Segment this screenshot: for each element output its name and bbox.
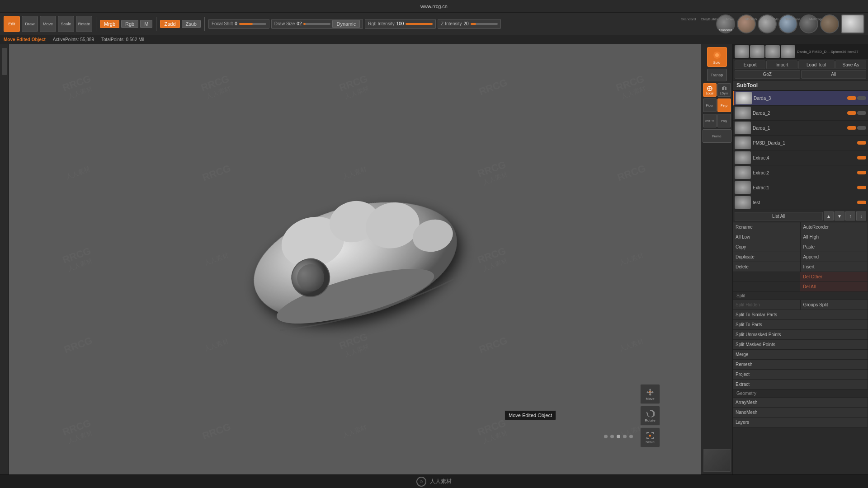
subtool-item-darda1[interactable]: Darda_1 (733, 121, 868, 136)
subtool-vis-extract1[interactable] (857, 186, 866, 189)
copy-button[interactable]: Copy (733, 242, 801, 252)
z-intensity-track[interactable] (471, 23, 498, 25)
floor-perp-group: Floor Perp (703, 99, 731, 112)
rgb-intensity-track[interactable] (406, 23, 433, 25)
render-matcap[interactable] (841, 14, 864, 33)
subtool-thumb-darda1 (735, 122, 751, 134)
dynamic-button[interactable]: Dynamic (332, 20, 360, 28)
other-ops-section: Merge Remesh Project Extract (733, 350, 868, 389)
vp-scale-btn[interactable]: Scale (640, 427, 660, 447)
subtool-vis-darda3[interactable] (847, 96, 856, 100)
split-masked-button[interactable]: Split Masked Points (733, 340, 868, 349)
nav-down-button[interactable]: ▼ (835, 211, 844, 221)
layers-button[interactable]: Layers (733, 418, 868, 427)
solo-icon (712, 50, 722, 61)
rename-button[interactable]: Rename (733, 222, 801, 232)
svg-rect-15 (722, 87, 724, 90)
subtool-item-extract4[interactable]: Extract4 (733, 150, 868, 165)
frame-button[interactable]: Frame (703, 129, 731, 143)
main-toolbar: Edit Draw Move Scale Rotate Mrgb Rgb M Z… (0, 13, 868, 35)
subtool-item-darda3[interactable]: Darda_3 (733, 91, 868, 106)
subtool-list[interactable]: Darda_3 Darda_2 (733, 91, 868, 210)
render-move-label: Move (721, 17, 740, 21)
rotate-button[interactable]: Rotate (76, 16, 92, 32)
scale-button[interactable]: Scale (58, 16, 74, 32)
subtool-item-darda2[interactable]: Darda_2 (733, 106, 868, 121)
vp-move-btn[interactable]: Move (640, 384, 660, 404)
subtool-item-extract2[interactable]: Extract2 (733, 165, 868, 180)
subtool-vis-darda1[interactable] (847, 126, 856, 130)
subtool-preview-bar: Darda_3 PM3D_D... Sphere36 Item27 (733, 44, 868, 59)
zsub-button[interactable]: Zsub (182, 20, 201, 28)
paste-button[interactable]: Paste (801, 242, 868, 252)
subtool-vis-extract2[interactable] (857, 171, 866, 174)
goz-button[interactable]: GoZ (735, 70, 800, 79)
nav-up-button[interactable]: ▲ (824, 211, 834, 221)
subtool-item-test[interactable]: test (733, 195, 868, 210)
remesh-button[interactable]: Remesh (733, 360, 868, 369)
focal-shift-track[interactable] (239, 23, 266, 25)
mrgb-button[interactable]: Mrgb (100, 20, 119, 28)
nav-move-up[interactable]: ↑ (845, 211, 855, 221)
subtool-lock-darda3[interactable] (857, 96, 866, 100)
move-button[interactable]: Move (40, 16, 56, 32)
draw-button[interactable]: Draw (22, 16, 38, 32)
extract-button[interactable]: Extract (733, 380, 868, 389)
delete-button[interactable]: Delete (733, 262, 801, 272)
import-button[interactable]: Import (766, 61, 797, 69)
split-unmasked-button[interactable]: Split Unmasked Points (733, 330, 868, 339)
vp-rotate-btn[interactable]: Rotate (640, 406, 660, 426)
append-button[interactable]: Append (801, 252, 868, 262)
other-ops-row-3: Project (733, 370, 868, 380)
all-low-button[interactable]: All Low (733, 232, 801, 242)
project-button[interactable]: Project (733, 370, 868, 379)
groups-split-button[interactable]: Groups Split (801, 300, 868, 310)
local-button[interactable]: Local (703, 83, 717, 97)
ldym-button[interactable]: LDym (717, 83, 731, 97)
load-tool-button[interactable]: Load Tool (798, 61, 835, 69)
left-scroll[interactable] (2, 48, 7, 75)
nanomesh-button[interactable]: NanoMesh (733, 408, 868, 417)
perp-button[interactable]: Perp (717, 99, 731, 112)
m-button[interactable]: M (140, 20, 152, 28)
edit-button[interactable]: Edit (4, 16, 20, 32)
subtool-lock-darda1[interactable] (857, 126, 866, 130)
del-other-button[interactable]: Del Other (800, 272, 868, 282)
draw-size-track[interactable] (303, 23, 330, 25)
merge-button[interactable]: Merge (733, 350, 868, 359)
insert-button[interactable]: Insert (801, 262, 868, 272)
subtool-item-extract1[interactable]: Extract1 (733, 180, 868, 195)
list-all-button[interactable]: List All (735, 212, 823, 221)
subtool-item-pm3d[interactable]: PM3D_Darda_1 (733, 136, 868, 150)
unafill-button[interactable]: Una Fill (703, 114, 717, 127)
export-button[interactable]: Export (735, 61, 765, 69)
split-similar-button[interactable]: Split To Similar Parts (733, 310, 868, 319)
subtool-vis-extract4[interactable] (857, 156, 866, 160)
other-ops-row-2: Remesh (733, 360, 868, 370)
logo-symbol: ⊙ (420, 479, 423, 484)
geo-row-1: ArrayMesh (733, 398, 868, 408)
goz-all-button[interactable]: All (801, 70, 867, 79)
subtool-vis-pm3d[interactable] (857, 141, 866, 145)
subtool-lock-darda2[interactable] (857, 111, 866, 115)
autoreorder-button[interactable]: AutoReorder (801, 222, 868, 232)
rgb-button[interactable]: Rgb (121, 20, 138, 28)
color-swatch (703, 449, 731, 472)
subtool-vis-test[interactable] (857, 201, 866, 204)
zadd-button[interactable]: Zadd (160, 20, 179, 28)
duplicate-button[interactable]: Duplicate (733, 252, 801, 262)
solo-button[interactable]: Solo (707, 47, 727, 67)
nav-move-down[interactable]: ↓ (856, 211, 866, 221)
ldym-icon (721, 85, 727, 92)
poly-button[interactable]: Poly (717, 114, 731, 127)
floor-button[interactable]: Floor (703, 99, 717, 112)
transp-button[interactable]: Transp (707, 69, 727, 81)
del-all-button[interactable]: Del All (800, 282, 868, 291)
subtool-vis-darda2[interactable] (847, 111, 856, 115)
viewport[interactable]: RRCG 人人素材 RRCG 人人素材 RRCG 人人素材 RRCG (9, 44, 701, 474)
split-parts-button[interactable]: Split To Parts (733, 320, 868, 329)
save-as-button[interactable]: Save As (835, 61, 866, 69)
arraymesh-button[interactable]: ArrayMesh (733, 398, 868, 407)
all-high-button[interactable]: All High (801, 232, 868, 242)
op-row-delete: Delete Insert (733, 262, 868, 272)
